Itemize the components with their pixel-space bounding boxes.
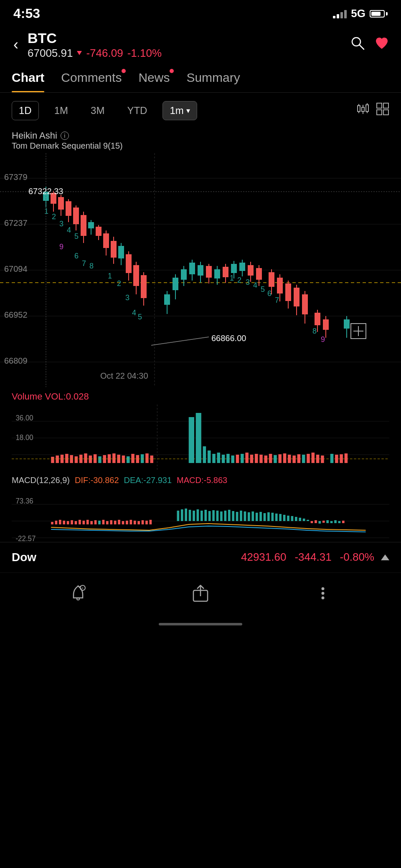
macd-section: MACD(12,26,9) DIF:-30.862 DEA:-27.931 MA…: [0, 471, 401, 538]
time-1d[interactable]: 1D: [12, 101, 39, 120]
svg-rect-2: [358, 106, 360, 111]
network-type: 5G: [351, 7, 365, 20]
svg-text:6: 6: [267, 289, 272, 298]
svg-rect-129: [294, 288, 299, 306]
svg-text:66809: 66809: [4, 356, 28, 365]
svg-rect-193: [203, 446, 206, 463]
svg-text:36.00: 36.00: [15, 413, 33, 422]
macd-label: MACD(12,26,9) DIF:-30.862 DEA:-27.931 MA…: [12, 476, 389, 485]
svg-rect-261: [204, 510, 207, 521]
svg-rect-14: [383, 110, 388, 115]
svg-rect-195: [212, 454, 216, 463]
svg-text:5: 5: [74, 232, 79, 240]
tab-comments[interactable]: Comments: [61, 71, 122, 88]
macd-dif: DIF:-30.862: [75, 476, 119, 485]
svg-text:+: +: [81, 586, 84, 590]
svg-text:67322.33: 67322.33: [28, 187, 63, 196]
svg-rect-263: [212, 510, 215, 521]
svg-rect-84: [164, 294, 170, 305]
svg-rect-102: [214, 269, 220, 278]
header-actions: [350, 35, 389, 54]
svg-rect-277: [267, 512, 270, 521]
svg-rect-184: [127, 456, 130, 463]
svg-rect-204: [255, 454, 258, 463]
svg-rect-275: [259, 512, 262, 521]
svg-rect-173: [75, 456, 78, 463]
time-3m[interactable]: 3M: [84, 101, 112, 120]
signal-bars: [333, 9, 347, 18]
svg-text:6: 6: [74, 252, 79, 260]
svg-rect-265: [220, 511, 223, 521]
svg-rect-238: [90, 521, 93, 524]
svg-text:9: 9: [59, 243, 63, 251]
svg-text:7: 7: [82, 259, 86, 268]
main-chart[interactable]: 67379 67237 67094 66952 66809: [0, 153, 401, 387]
svg-rect-231: [63, 521, 65, 524]
chevron-up-icon: [381, 554, 389, 560]
back-button[interactable]: ‹: [12, 34, 20, 55]
svg-rect-198: [226, 454, 230, 463]
svg-rect-185: [131, 454, 135, 463]
svg-rect-183: [122, 456, 125, 463]
svg-rect-201: [241, 454, 244, 463]
svg-rect-274: [256, 513, 258, 521]
grid-view-btn[interactable]: [376, 102, 389, 119]
svg-rect-120: [269, 272, 274, 287]
svg-rect-219: [330, 454, 334, 463]
svg-rect-211: [288, 455, 291, 463]
macd-chart: 73.36 -22.57: [12, 488, 389, 538]
svg-rect-61: [126, 254, 132, 273]
svg-rect-235: [79, 520, 81, 524]
svg-text:67237: 67237: [4, 218, 28, 228]
share-button[interactable]: [190, 583, 211, 604]
svg-rect-257: [189, 510, 191, 521]
svg-text:2: 2: [237, 276, 241, 284]
time-1min[interactable]: 1m ▾: [162, 101, 197, 120]
svg-rect-135: [315, 313, 320, 325]
ticker-name: BTC: [28, 30, 343, 47]
svg-rect-5: [362, 107, 364, 111]
search-button[interactable]: [350, 35, 365, 54]
svg-rect-273: [251, 511, 254, 521]
candlestick-chart-btn[interactable]: [356, 102, 369, 119]
svg-text:67379: 67379: [4, 172, 28, 182]
tab-summary[interactable]: Summary: [186, 71, 240, 88]
svg-rect-239: [94, 520, 97, 524]
svg-rect-295: [338, 521, 341, 523]
svg-rect-216: [312, 453, 315, 463]
svg-rect-12: [383, 103, 388, 108]
svg-rect-292: [326, 520, 329, 523]
svg-rect-289: [315, 520, 317, 523]
favorite-button[interactable]: [374, 35, 389, 54]
tab-chart[interactable]: Chart: [12, 71, 44, 88]
tab-news[interactable]: News: [138, 71, 170, 88]
svg-rect-278: [272, 513, 274, 521]
svg-rect-93: [189, 263, 195, 274]
news-dot: [170, 69, 174, 73]
svg-rect-253: [150, 520, 152, 524]
svg-rect-37: [66, 201, 71, 216]
svg-rect-268: [232, 511, 234, 521]
svg-rect-286: [303, 519, 305, 521]
svg-rect-168: [51, 457, 54, 463]
time-ytd[interactable]: YTD: [120, 101, 154, 120]
svg-rect-232: [67, 521, 69, 524]
svg-rect-240: [98, 521, 101, 524]
svg-rect-287: [307, 520, 309, 521]
svg-rect-266: [224, 511, 227, 521]
alert-button[interactable]: +: [68, 583, 89, 604]
svg-text:1: 1: [44, 207, 48, 215]
svg-text:3: 3: [59, 220, 63, 228]
status-right: 5G: [333, 7, 388, 20]
more-button[interactable]: [312, 583, 333, 604]
svg-text:8: 8: [312, 327, 317, 335]
svg-rect-244: [114, 521, 117, 524]
svg-rect-141: [344, 319, 350, 329]
svg-text:7: 7: [275, 296, 279, 304]
svg-rect-171: [65, 454, 69, 463]
svg-rect-241: [102, 520, 105, 524]
svg-rect-90: [181, 269, 187, 280]
svg-rect-283: [291, 516, 294, 521]
home-indicator: [0, 616, 401, 630]
time-1m[interactable]: 1M: [47, 101, 75, 120]
